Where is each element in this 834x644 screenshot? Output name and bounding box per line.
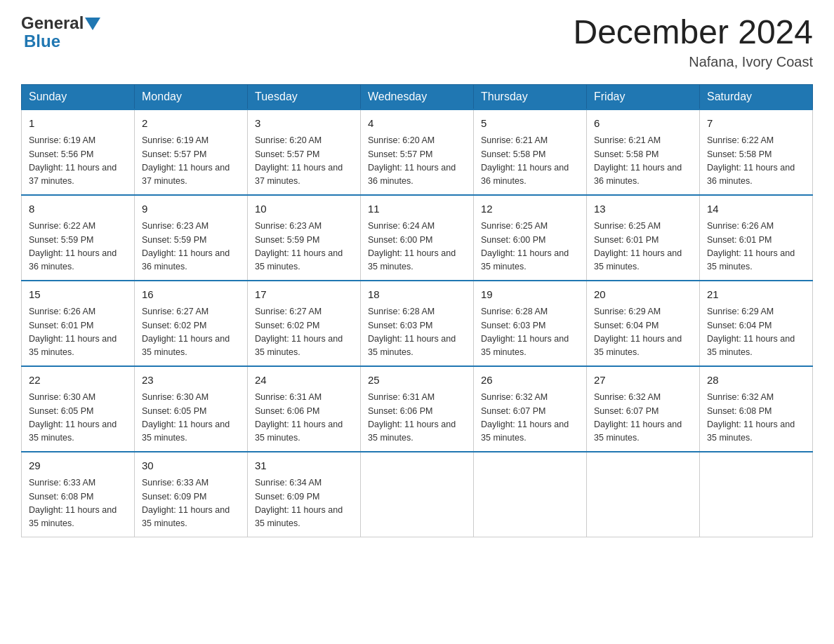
calendar-empty-cell-w4d3: [361, 452, 474, 537]
day-info: Sunrise: 6:30 AMSunset: 6:05 PMDaylight:…: [29, 391, 127, 445]
calendar-cell-23: 23 Sunrise: 6:30 AMSunset: 6:05 PMDaylig…: [135, 366, 248, 452]
day-number: 4: [368, 116, 466, 132]
day-number: 17: [255, 287, 353, 303]
svg-marker-0: [85, 18, 100, 30]
day-number: 22: [29, 373, 127, 389]
day-info: Sunrise: 6:25 AMSunset: 6:00 PMDaylight:…: [481, 220, 579, 274]
day-number: 13: [594, 201, 692, 217]
day-number: 6: [594, 116, 692, 132]
col-tuesday: Tuesday: [248, 84, 361, 109]
calendar-cell-22: 22 Sunrise: 6:30 AMSunset: 6:05 PMDaylig…: [22, 366, 135, 452]
day-info: Sunrise: 6:27 AMSunset: 6:02 PMDaylight:…: [255, 305, 353, 360]
col-sunday: Sunday: [22, 84, 135, 109]
calendar-cell-10: 10 Sunrise: 6:23 AMSunset: 5:59 PMDaylig…: [248, 195, 361, 281]
calendar-header-row: Sunday Monday Tuesday Wednesday Thursday…: [22, 84, 813, 109]
col-saturday: Saturday: [700, 84, 813, 109]
day-info: Sunrise: 6:24 AMSunset: 6:00 PMDaylight:…: [368, 220, 466, 274]
day-info: Sunrise: 6:26 AMSunset: 6:01 PMDaylight:…: [707, 220, 805, 274]
day-number: 24: [255, 373, 353, 389]
calendar-cell-30: 30 Sunrise: 6:33 AMSunset: 6:09 PMDaylig…: [135, 452, 248, 537]
calendar-week-3: 15 Sunrise: 6:26 AMSunset: 6:01 PMDaylig…: [22, 281, 813, 366]
day-info: Sunrise: 6:23 AMSunset: 5:59 PMDaylight:…: [255, 220, 353, 274]
day-number: 16: [142, 287, 240, 303]
day-number: 26: [481, 373, 579, 389]
month-title: December 2024: [573, 14, 813, 51]
day-info: Sunrise: 6:32 AMSunset: 6:07 PMDaylight:…: [481, 391, 579, 445]
day-info: Sunrise: 6:29 AMSunset: 6:04 PMDaylight:…: [707, 305, 805, 360]
calendar-cell-4: 4 Sunrise: 6:20 AMSunset: 5:57 PMDayligh…: [361, 109, 474, 195]
day-number: 28: [707, 373, 805, 389]
day-info: Sunrise: 6:32 AMSunset: 6:07 PMDaylight:…: [594, 391, 692, 445]
calendar-week-2: 8 Sunrise: 6:22 AMSunset: 5:59 PMDayligh…: [22, 195, 813, 281]
calendar-cell-21: 21 Sunrise: 6:29 AMSunset: 6:04 PMDaylig…: [700, 281, 813, 366]
location: Nafana, Ivory Coast: [573, 54, 813, 70]
calendar-cell-7: 7 Sunrise: 6:22 AMSunset: 5:58 PMDayligh…: [700, 109, 813, 195]
day-info: Sunrise: 6:34 AMSunset: 6:09 PMDaylight:…: [255, 476, 353, 531]
day-info: Sunrise: 6:33 AMSunset: 6:09 PMDaylight:…: [142, 476, 240, 531]
calendar-cell-13: 13 Sunrise: 6:25 AMSunset: 6:01 PMDaylig…: [587, 195, 700, 281]
col-friday: Friday: [587, 84, 700, 109]
day-number: 29: [29, 458, 127, 474]
day-number: 15: [29, 287, 127, 303]
calendar-cell-26: 26 Sunrise: 6:32 AMSunset: 6:07 PMDaylig…: [474, 366, 587, 452]
calendar-empty-cell-w4d6: [700, 452, 813, 537]
day-info: Sunrise: 6:28 AMSunset: 6:03 PMDaylight:…: [368, 305, 466, 360]
day-number: 2: [142, 116, 240, 132]
day-number: 25: [368, 373, 466, 389]
day-info: Sunrise: 6:31 AMSunset: 6:06 PMDaylight:…: [255, 391, 353, 445]
day-number: 12: [481, 201, 579, 217]
day-number: 7: [707, 116, 805, 132]
day-info: Sunrise: 6:25 AMSunset: 6:01 PMDaylight:…: [594, 220, 692, 274]
page-header: General Blue December 2024 Nafana, Ivory…: [21, 14, 813, 70]
calendar-week-5: 29 Sunrise: 6:33 AMSunset: 6:08 PMDaylig…: [22, 452, 813, 537]
calendar-cell-24: 24 Sunrise: 6:31 AMSunset: 6:06 PMDaylig…: [248, 366, 361, 452]
col-wednesday: Wednesday: [361, 84, 474, 109]
day-number: 11: [368, 201, 466, 217]
calendar-cell-1: 1 Sunrise: 6:19 AMSunset: 5:56 PMDayligh…: [22, 109, 135, 195]
day-number: 14: [707, 201, 805, 217]
logo-arrow-icon: [85, 18, 100, 30]
day-number: 30: [142, 458, 240, 474]
day-info: Sunrise: 6:20 AMSunset: 5:57 PMDaylight:…: [255, 134, 353, 189]
calendar-cell-12: 12 Sunrise: 6:25 AMSunset: 6:00 PMDaylig…: [474, 195, 587, 281]
day-number: 27: [594, 373, 692, 389]
day-info: Sunrise: 6:31 AMSunset: 6:06 PMDaylight:…: [368, 391, 466, 445]
day-number: 18: [368, 287, 466, 303]
day-info: Sunrise: 6:32 AMSunset: 6:08 PMDaylight:…: [707, 391, 805, 445]
calendar-cell-9: 9 Sunrise: 6:23 AMSunset: 5:59 PMDayligh…: [135, 195, 248, 281]
logo: General Blue: [21, 14, 100, 51]
calendar-cell-27: 27 Sunrise: 6:32 AMSunset: 6:07 PMDaylig…: [587, 366, 700, 452]
calendar-cell-17: 17 Sunrise: 6:27 AMSunset: 6:02 PMDaylig…: [248, 281, 361, 366]
day-info: Sunrise: 6:28 AMSunset: 6:03 PMDaylight:…: [481, 305, 579, 360]
day-number: 20: [594, 287, 692, 303]
calendar-cell-18: 18 Sunrise: 6:28 AMSunset: 6:03 PMDaylig…: [361, 281, 474, 366]
day-info: Sunrise: 6:29 AMSunset: 6:04 PMDaylight:…: [594, 305, 692, 360]
col-monday: Monday: [135, 84, 248, 109]
day-info: Sunrise: 6:22 AMSunset: 5:59 PMDaylight:…: [29, 220, 127, 274]
col-thursday: Thursday: [474, 84, 587, 109]
day-number: 8: [29, 201, 127, 217]
day-info: Sunrise: 6:22 AMSunset: 5:58 PMDaylight:…: [707, 134, 805, 189]
calendar-empty-cell-w4d5: [587, 452, 700, 537]
calendar-cell-31: 31 Sunrise: 6:34 AMSunset: 6:09 PMDaylig…: [248, 452, 361, 537]
calendar-table: Sunday Monday Tuesday Wednesday Thursday…: [21, 84, 813, 537]
calendar-cell-2: 2 Sunrise: 6:19 AMSunset: 5:57 PMDayligh…: [135, 109, 248, 195]
day-number: 5: [481, 116, 579, 132]
day-number: 19: [481, 287, 579, 303]
day-info: Sunrise: 6:27 AMSunset: 6:02 PMDaylight:…: [142, 305, 240, 360]
day-info: Sunrise: 6:19 AMSunset: 5:57 PMDaylight:…: [142, 134, 240, 189]
day-number: 10: [255, 201, 353, 217]
day-info: Sunrise: 6:23 AMSunset: 5:59 PMDaylight:…: [142, 220, 240, 274]
calendar-cell-3: 3 Sunrise: 6:20 AMSunset: 5:57 PMDayligh…: [248, 109, 361, 195]
day-number: 21: [707, 287, 805, 303]
day-info: Sunrise: 6:33 AMSunset: 6:08 PMDaylight:…: [29, 476, 127, 531]
calendar-cell-6: 6 Sunrise: 6:21 AMSunset: 5:58 PMDayligh…: [587, 109, 700, 195]
day-info: Sunrise: 6:21 AMSunset: 5:58 PMDaylight:…: [594, 134, 692, 189]
day-number: 9: [142, 201, 240, 217]
calendar-week-1: 1 Sunrise: 6:19 AMSunset: 5:56 PMDayligh…: [22, 109, 813, 195]
calendar-cell-15: 15 Sunrise: 6:26 AMSunset: 6:01 PMDaylig…: [22, 281, 135, 366]
day-number: 23: [142, 373, 240, 389]
title-section: December 2024 Nafana, Ivory Coast: [573, 14, 813, 70]
calendar-cell-8: 8 Sunrise: 6:22 AMSunset: 5:59 PMDayligh…: [22, 195, 135, 281]
calendar-cell-14: 14 Sunrise: 6:26 AMSunset: 6:01 PMDaylig…: [700, 195, 813, 281]
